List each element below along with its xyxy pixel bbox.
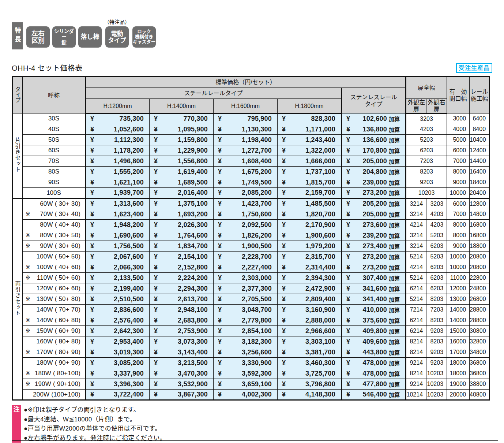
price-stainless-cell: ¥273,200加算 <box>342 262 406 273</box>
yen-sign: ¥ <box>282 370 286 377</box>
price-group-header: 標準価格（円/セット） <box>86 77 406 88</box>
price-steel-h1600-cell: ¥1,675,200 <box>214 167 278 177</box>
yen-sign: ¥ <box>282 327 286 335</box>
price-steel-h1600-cell: ¥795,900 <box>214 113 278 124</box>
price-stainless-cell: ¥375,600加算 <box>342 315 406 326</box>
table-row: ※190W ( 90+100)¥3,396,300¥3,532,900¥3,65… <box>12 379 490 390</box>
feature-chip-wrap: （特注品） 電動 タイプ <box>104 18 130 48</box>
price-value: 2,966,600 <box>305 327 335 335</box>
model-name-cell: 120W ( 60+ 60) <box>23 283 86 294</box>
price-steel-h1800-cell: ¥2,472,900 <box>278 283 342 294</box>
price-value: 1,052,600 <box>114 126 144 133</box>
price-steel-h1600-cell: ¥2,227,400 <box>214 262 278 273</box>
price-value: 2,294,300 <box>178 285 208 293</box>
price-value: 2,066,300 <box>114 264 144 271</box>
yen-sign: ¥ <box>282 179 286 186</box>
table-row: ※170W ( 80+ 90)¥3,019,300¥3,143,400¥3,25… <box>12 347 490 358</box>
table-row: 180W ( 90+ 90)¥3,085,200¥3,213,500¥3,330… <box>12 358 490 368</box>
model-name: 100W ( 50+ 50) <box>34 253 80 260</box>
yen-sign: ¥ <box>90 136 94 144</box>
rail-width-cell: 10400 <box>470 135 490 145</box>
yen-sign: ¥ <box>218 285 222 293</box>
price-stainless-cell: ¥410,000加算 <box>342 305 406 315</box>
price-steel-h1800-cell: ¥3,303,100 <box>278 336 342 347</box>
model-name-cell: 50S <box>23 135 86 145</box>
opening-width-cell: 20000 <box>447 390 470 400</box>
yen-sign: ¥ <box>154 126 158 133</box>
price-steel-h1200-cell: ¥1,621,100 <box>86 177 150 188</box>
oyako-marker: ※ <box>26 370 34 377</box>
yen-sign: ¥ <box>346 232 350 239</box>
kasan-suffix: 加算 <box>389 115 400 123</box>
table-row: ※100W ( 40+ 60)¥2,066,300¥2,152,800¥2,22… <box>12 262 490 273</box>
door-left-width-cell: 8214 <box>406 347 426 358</box>
model-name-cell: 200W (100+100) <box>23 390 86 400</box>
price-value: 2,394,300 <box>305 274 335 282</box>
price-steel-h1200-cell: ¥2,067,600 <box>86 252 150 262</box>
model-name: 180W ( 90+ 90) <box>34 359 80 366</box>
price-steel-h1400-cell: ¥1,159,800 <box>150 135 214 145</box>
model-name-cell: ※110W ( 50+ 60) <box>23 273 86 283</box>
opening-width-cell: 8000 <box>447 230 470 241</box>
door-full-width-cell: 6203 <box>406 145 447 156</box>
table-row: ※110W ( 50+ 60)¥2,133,500¥2,224,200¥2,30… <box>12 273 490 283</box>
yen-sign: ¥ <box>218 221 222 229</box>
price-value: 2,472,900 <box>305 285 335 293</box>
opening-width-cell: 6000 <box>447 145 470 156</box>
yen-sign: ¥ <box>90 338 94 346</box>
yen-sign: ¥ <box>90 370 94 377</box>
opening-width-cell: 16000 <box>447 336 470 347</box>
price-steel-h1800-cell: ¥2,966,600 <box>278 326 342 336</box>
yen-sign: ¥ <box>218 264 222 271</box>
table-row: ※80W ( 30+ 50)¥1,690,600¥1,764,600¥1,826… <box>12 230 490 241</box>
price-steel-h1800-cell: ¥1,900,600 <box>278 230 342 241</box>
opening-width-cell: 5000 <box>447 135 470 145</box>
price-value: 3,725,700 <box>305 370 335 377</box>
model-name: 160W ( 80+ 80) <box>34 338 80 345</box>
price-steel-h1400-cell: ¥2,613,700 <box>150 294 214 305</box>
model-name: 70S <box>48 157 59 164</box>
kasan-suffix: 加算 <box>389 126 400 133</box>
price-value: 1,556,800 <box>178 157 208 165</box>
kasan-suffix: 加算 <box>389 168 400 176</box>
price-value-group: 273,200加算 <box>363 264 400 271</box>
door-right-width-cell: 4203 <box>426 209 447 220</box>
price-value: 375,600 <box>363 317 387 324</box>
yen-sign: ¥ <box>218 189 222 197</box>
price-value: 205,000 <box>363 211 387 218</box>
price-value: 1,693,200 <box>178 211 208 218</box>
yen-sign: ¥ <box>218 168 222 176</box>
yen-sign: ¥ <box>154 189 158 197</box>
price-steel-h1400-cell: ¥2,683,800 <box>150 315 214 326</box>
yen-sign: ¥ <box>154 179 158 186</box>
price-value-group: 443,800加算 <box>363 349 400 356</box>
price-steel-h1200-cell: ¥1,948,200 <box>86 220 150 230</box>
price-value: 2,642,300 <box>114 327 144 335</box>
yen-sign: ¥ <box>218 147 222 155</box>
rail-width-cell: 36800 <box>470 358 490 368</box>
price-value: 2,809,400 <box>305 295 335 303</box>
yen-sign: ¥ <box>90 391 94 398</box>
yen-sign: ¥ <box>346 306 350 314</box>
yen-sign: ¥ <box>218 391 222 398</box>
table-row: 100W ( 50+ 50)¥2,067,600¥2,154,100¥2,228… <box>12 252 490 262</box>
price-value: 136,600 <box>363 136 387 144</box>
price-stainless-cell: ¥102,600加算 <box>342 113 406 124</box>
price-table-header: タイプ 呼称 標準価格（円/セット） 扉全幅 有 効 開口幅 レール 施工幅 ス… <box>12 77 490 113</box>
price-value: 2,613,700 <box>178 295 208 303</box>
price-steel-h1800-cell: ¥2,315,700 <box>278 252 342 262</box>
yen-sign: ¥ <box>218 349 222 356</box>
rail-width-cell: 20400 <box>470 188 490 198</box>
yen-sign: ¥ <box>154 242 158 250</box>
price-value: 3,143,400 <box>178 349 208 356</box>
door-full-width-cell: 9203 <box>406 177 447 188</box>
opening-width-cell: 19000 <box>447 379 470 390</box>
model-name: 60W ( 30+ 30) <box>34 200 80 208</box>
price-value: 3,396,300 <box>114 380 144 388</box>
price-value-group: 205,000加算 <box>363 157 400 165</box>
door-right-width-cell: 6203 <box>426 241 447 252</box>
price-stainless-cell: ¥477,800加算 <box>342 379 406 390</box>
yen-sign: ¥ <box>90 295 94 303</box>
opening-width-header: 有 効 開口幅 <box>447 77 470 113</box>
price-value-group: 273,600加算 <box>363 221 400 229</box>
